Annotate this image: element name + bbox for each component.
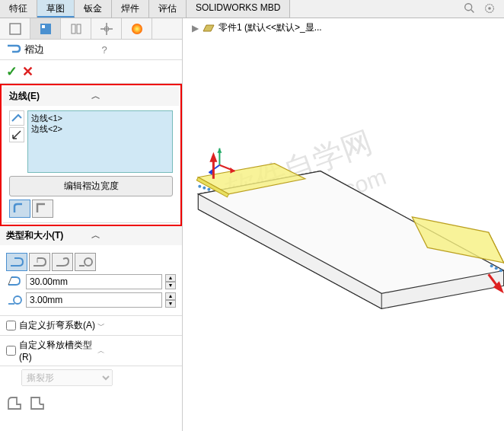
list-item[interactable]: 边线<1> — [31, 113, 169, 123]
edit-hem-width-button[interactable]: 编辑褶边宽度 — [9, 176, 173, 196]
length-input[interactable] — [26, 274, 162, 289]
svg-point-12 — [132, 24, 142, 34]
spin-up[interactable]: ▲ — [165, 292, 176, 300]
view-icon[interactable] — [483, 2, 496, 15]
spin-down[interactable]: ▼ — [165, 300, 176, 308]
chevron-down-icon: ﹀ — [97, 321, 176, 331]
spin-up[interactable]: ▲ — [165, 274, 176, 282]
hem-type-teardrop-icon[interactable] — [52, 253, 73, 271]
type-section: 类型和大小(T) ︿ — [0, 226, 182, 316]
material-outside-icon[interactable] — [9, 200, 30, 218]
hem-type-rolled-icon[interactable] — [75, 253, 96, 271]
hem-type-open-icon[interactable] — [29, 253, 50, 271]
property-manager-panel: 褶边 ? ✓ ✕ 边线(E) ︿ — [0, 18, 183, 431]
svg-rect-8 — [77, 24, 81, 34]
svg-point-3 — [488, 7, 491, 10]
svg-rect-7 — [72, 24, 75, 34]
gap-icon — [6, 292, 23, 308]
hem-type-closed-icon[interactable] — [6, 253, 27, 271]
type-section-header[interactable]: 类型和大小(T) ︿ — [0, 226, 182, 245]
feature-header: 褶边 ? — [0, 40, 182, 60]
svg-point-39 — [207, 188, 210, 191]
edge-section-header[interactable]: 边线(E) ︿ — [3, 87, 179, 106]
custom-bend-row: 自定义折弯系数(A) ﹀ — [0, 316, 182, 336]
panel-tab-config[interactable] — [61, 18, 91, 39]
svg-marker-34 — [209, 152, 217, 162]
model-view[interactable] — [183, 18, 504, 431]
chevron-up-icon: ︿ — [97, 346, 176, 356]
panel-tab-bar — [0, 18, 182, 40]
custom-relief-row: 自定义释放槽类型(R) ︿ — [0, 336, 182, 366]
svg-rect-4 — [10, 24, 21, 34]
tab-sketch[interactable]: 草图 — [37, 0, 75, 18]
relief-option2-icon[interactable] — [29, 395, 46, 412]
svg-point-16 — [14, 296, 21, 304]
custom-relief-checkbox[interactable] — [6, 346, 16, 356]
panel-tab-property[interactable] — [30, 18, 61, 39]
list-item[interactable]: 边线<2> — [31, 123, 169, 134]
main-tab-bar: 特征 草图 钣金 焊件 评估 SOLIDWORKS MBD — [0, 0, 504, 18]
confirm-bar: ✓ ✕ — [0, 60, 182, 84]
svg-rect-6 — [42, 25, 45, 28]
custom-bend-checkbox[interactable] — [6, 321, 16, 330]
svg-point-42 — [499, 269, 502, 272]
svg-point-40 — [490, 264, 493, 267]
panel-tab-appearance[interactable] — [122, 18, 152, 39]
tab-weldment[interactable]: 焊件 — [112, 0, 149, 18]
length-icon — [6, 274, 23, 289]
hem-icon — [6, 43, 21, 56]
reverse-icon[interactable] — [9, 127, 24, 142]
cancel-button[interactable]: ✕ — [22, 63, 33, 80]
chevron-up-icon: ︿ — [91, 90, 174, 103]
svg-line-15 — [8, 277, 11, 285]
spin-down[interactable]: ▼ — [165, 282, 176, 289]
svg-point-0 — [465, 4, 472, 11]
gap-input[interactable] — [26, 292, 162, 308]
tab-feature[interactable]: 特征 — [0, 0, 37, 18]
ok-button[interactable]: ✓ — [6, 63, 18, 80]
graphics-area[interactable]: ▶ 零件1 (默认<<默认>_显... 软件自学网www.rjzxw.com — [183, 18, 504, 431]
edge-select-icon[interactable] — [9, 110, 24, 126]
svg-point-14 — [85, 258, 92, 266]
feature-name: 褶边 — [24, 43, 99, 56]
svg-point-37 — [198, 185, 201, 188]
tab-sheetmetal[interactable]: 钣金 — [75, 0, 112, 18]
panel-tab-dimxpert[interactable] — [91, 18, 122, 39]
svg-point-38 — [203, 187, 206, 190]
help-icon[interactable]: ? — [102, 44, 177, 56]
relief-option1-icon[interactable] — [6, 395, 23, 412]
svg-point-41 — [495, 267, 498, 270]
svg-marker-28 — [217, 148, 222, 153]
chevron-up-icon: ︿ — [91, 229, 177, 242]
svg-line-1 — [471, 10, 474, 13]
tab-mbd[interactable]: SOLIDWORKS MBD — [187, 0, 290, 18]
search-icon[interactable] — [463, 2, 477, 15]
relief-type-select[interactable]: 撕裂形 — [21, 369, 113, 386]
edge-list[interactable]: 边线<1> 边线<2> — [27, 110, 173, 173]
panel-tab-feature-tree[interactable] — [0, 18, 30, 39]
tab-evaluate[interactable]: 评估 — [149, 0, 187, 18]
material-inside-icon[interactable] — [32, 200, 53, 218]
edge-section: 边线(E) ︿ 边线<1> 边线<2> — [3, 87, 179, 223]
